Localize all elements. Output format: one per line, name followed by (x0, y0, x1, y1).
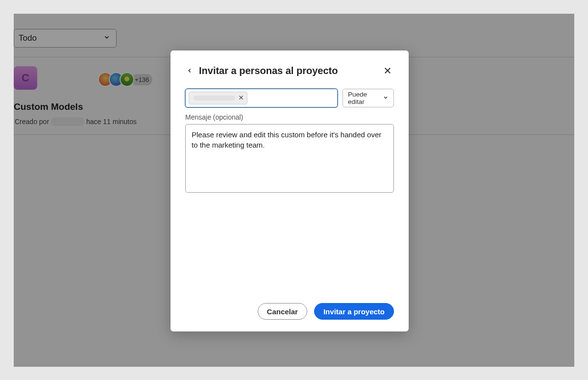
invite-button[interactable]: Invitar a proyecto (314, 303, 394, 320)
modal-title: Invitar a personas al proyecto (199, 65, 376, 76)
chip-name-redacted (193, 96, 235, 101)
person-chip[interactable] (189, 92, 247, 104)
message-label: Mensaje (opcional) (185, 113, 394, 121)
invite-row: Puede editar (185, 89, 394, 107)
invite-modal: Invitar a personas al proyecto Puede edi… (171, 51, 409, 331)
close-button[interactable] (381, 64, 394, 77)
modal-header: Invitar a personas al proyecto (185, 64, 394, 77)
modal-footer: Cancelar Invitar a proyecto (185, 303, 394, 320)
back-button[interactable] (185, 66, 194, 75)
chip-remove-icon[interactable] (238, 95, 244, 101)
cancel-button-label: Cancelar (267, 307, 298, 316)
people-input[interactable] (185, 89, 338, 107)
permission-select[interactable]: Puede editar (343, 89, 394, 107)
cancel-button[interactable]: Cancelar (258, 303, 307, 320)
invite-button-label: Invitar a proyecto (323, 307, 385, 316)
message-textarea[interactable] (185, 124, 394, 193)
chevron-down-icon (383, 95, 389, 102)
permission-label: Puede editar (348, 91, 383, 105)
